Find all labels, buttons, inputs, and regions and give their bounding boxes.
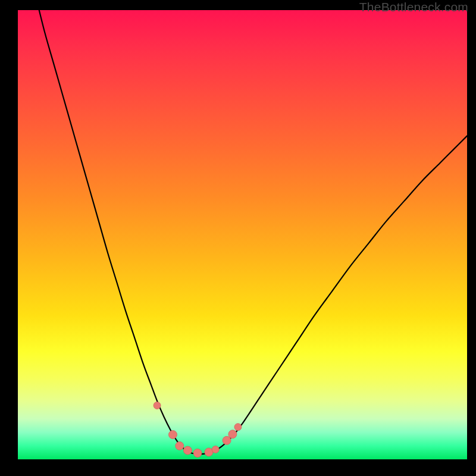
bottleneck-curve bbox=[36, 0, 467, 454]
attribution-label: TheBottleneck.com bbox=[359, 0, 468, 14]
curve-marker bbox=[212, 446, 219, 453]
chart-frame: TheBottleneck.com bbox=[0, 0, 476, 476]
curve-layer bbox=[18, 10, 467, 459]
curve-marker bbox=[193, 449, 202, 457]
curve-marker bbox=[205, 448, 213, 456]
plot-area bbox=[18, 10, 467, 459]
curve-marker bbox=[234, 424, 242, 431]
curve-marker bbox=[228, 430, 237, 439]
curve-marker bbox=[223, 436, 231, 444]
curve-marker bbox=[183, 446, 192, 455]
curve-marker bbox=[168, 430, 177, 439]
curve-marker bbox=[176, 441, 184, 450]
marker-layer bbox=[154, 402, 242, 457]
curve-marker bbox=[154, 402, 161, 409]
